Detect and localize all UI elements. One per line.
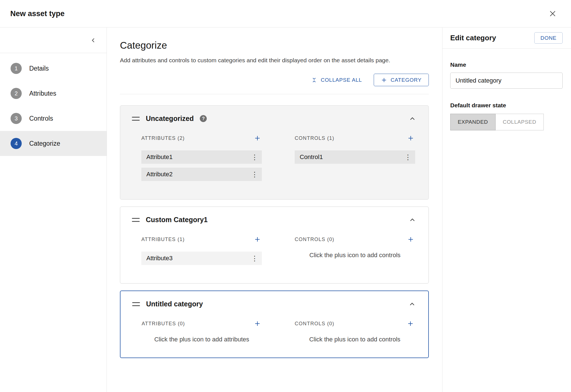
- collapse-category-button[interactable]: [408, 300, 416, 308]
- attributes-chip-list: Attribute3 ⋮: [141, 252, 262, 265]
- attributes-column-header: ATTRIBUTES (1): [141, 235, 262, 244]
- stepper-sidebar: 1 Details 2 Attributes 3 Controls 4 Cate…: [0, 28, 107, 392]
- plus-icon: [254, 236, 261, 243]
- category-columns: ATTRIBUTES (0) Click the plus icon to ad…: [120, 308, 428, 343]
- sidebar-item-attributes[interactable]: 2 Attributes: [0, 81, 107, 106]
- divider: [120, 94, 429, 94]
- plus-icon: [381, 77, 387, 83]
- app-body: 1 Details 2 Attributes 3 Controls 4 Cate…: [0, 28, 571, 392]
- collapse-category-button[interactable]: [408, 115, 416, 123]
- add-category-button[interactable]: CATEGORY: [374, 74, 429, 86]
- drag-handle-icon[interactable]: [132, 117, 140, 121]
- toolbar: COLLAPSE ALL CATEGORY: [120, 74, 429, 86]
- close-button[interactable]: [547, 8, 558, 19]
- panel-body: Name Default drawer state EXPANDED COLLA…: [442, 49, 571, 130]
- attributes-count-label: ATTRIBUTES (1): [141, 237, 185, 242]
- attributes-chip-list: Attribute1 ⋮ Attribute2 ⋮: [141, 150, 262, 181]
- attributes-column: ATTRIBUTES (1) Attribute3 ⋮: [141, 235, 262, 269]
- plus-icon: [254, 135, 261, 142]
- page-description: Add attributes and controls to custom ca…: [120, 57, 429, 64]
- drag-handle-icon[interactable]: [132, 302, 140, 306]
- controls-column: CONTROLS (1) Control1 ⋮: [295, 134, 415, 185]
- main-content: Categorize Add attributes and controls t…: [107, 28, 442, 392]
- step-label: Attributes: [29, 90, 56, 97]
- add-control-button[interactable]: [406, 319, 415, 328]
- item-chip-label: Attribute2: [146, 171, 250, 178]
- controls-empty-text: Click the plus icon to add controls: [295, 336, 415, 343]
- name-label: Name: [450, 61, 563, 68]
- controls-empty-text: Click the plus icon to add controls: [295, 252, 415, 259]
- item-chip-label: Attribute1: [146, 153, 250, 161]
- sidebar-item-categorize[interactable]: 4 Categorize: [0, 131, 107, 156]
- controls-count-label: CONTROLS (0): [295, 237, 334, 242]
- add-attribute-button[interactable]: [253, 319, 262, 328]
- add-attribute-button[interactable]: [253, 134, 262, 143]
- collapsed-option-button[interactable]: COLLAPSED: [496, 114, 544, 130]
- plus-icon: [254, 320, 261, 327]
- drag-handle-icon[interactable]: [132, 218, 140, 222]
- add-attribute-button[interactable]: [253, 235, 262, 244]
- item-chip[interactable]: Control1 ⋮: [295, 150, 415, 164]
- plus-icon: [407, 320, 414, 327]
- sidebar-item-details[interactable]: 1 Details: [0, 56, 107, 81]
- category-card: Untitled category ATTRIBUTES (0) Click t…: [120, 291, 429, 358]
- chevron-up-icon: [408, 216, 416, 224]
- help-icon[interactable]: ?: [200, 115, 207, 122]
- plus-icon: [407, 135, 414, 142]
- step-label: Categorize: [29, 140, 60, 147]
- attributes-empty-text: Click the plus icon to add attributes: [142, 336, 262, 343]
- dialog-title: New asset type: [10, 9, 65, 18]
- collapse-all-icon: [311, 77, 317, 83]
- category-name-input[interactable]: [450, 73, 563, 89]
- expanded-option-button[interactable]: EXPANDED: [450, 114, 496, 130]
- steps-list: 1 Details 2 Attributes 3 Controls 4 Cate…: [0, 56, 107, 156]
- attributes-column: ATTRIBUTES (2) Attribute1 ⋮ Attribute2 ⋮: [141, 134, 262, 185]
- add-control-button[interactable]: [406, 134, 415, 143]
- category-columns: ATTRIBUTES (1) Attribute3 ⋮ CONTROLS (0): [120, 224, 429, 269]
- attributes-column-header: ATTRIBUTES (0): [142, 319, 262, 328]
- kebab-menu-icon[interactable]: ⋮: [250, 171, 260, 178]
- kebab-menu-icon[interactable]: ⋮: [250, 154, 260, 161]
- panel-header: Edit category DONE: [442, 28, 571, 49]
- sidebar-item-controls[interactable]: 3 Controls: [0, 106, 107, 131]
- category-card: Uncategorized ? ATTRIBUTES (2) Attribute…: [120, 105, 429, 200]
- controls-count-label: CONTROLS (1): [295, 135, 334, 141]
- kebab-menu-icon[interactable]: ⋮: [250, 255, 260, 262]
- sidebar-top: [0, 28, 107, 53]
- collapse-category-button[interactable]: [408, 216, 416, 224]
- collapse-sidebar-button[interactable]: [90, 37, 97, 44]
- controls-column: CONTROLS (0) Click the plus icon to add …: [295, 235, 415, 269]
- controls-column-header: CONTROLS (1): [295, 134, 415, 143]
- categories-list: Uncategorized ? ATTRIBUTES (2) Attribute…: [120, 105, 429, 358]
- attributes-column: ATTRIBUTES (0) Click the plus icon to ad…: [142, 319, 262, 343]
- chevron-left-icon: [90, 37, 97, 44]
- drawer-state-toggle: EXPANDED COLLAPSED: [450, 114, 563, 130]
- step-number-badge: 1: [11, 63, 22, 74]
- close-icon: [548, 9, 557, 18]
- step-number-badge: 2: [11, 88, 22, 99]
- controls-column-header: CONTROLS (0): [295, 235, 415, 244]
- item-chip-label: Control1: [300, 153, 403, 161]
- plus-icon: [407, 236, 414, 243]
- category-card-header: Uncategorized ?: [120, 106, 429, 123]
- item-chip-label: Attribute3: [146, 255, 250, 262]
- category-card-header: Untitled category: [120, 291, 428, 308]
- item-chip[interactable]: Attribute3 ⋮: [141, 252, 262, 265]
- kebab-menu-icon[interactable]: ⋮: [403, 154, 413, 161]
- controls-column: CONTROLS (0) Click the plus icon to add …: [295, 319, 415, 343]
- collapse-all-button[interactable]: COLLAPSE ALL: [311, 77, 362, 83]
- controls-column-header: CONTROLS (0): [295, 319, 415, 328]
- drawer-state-label: Default drawer state: [450, 102, 563, 109]
- item-chip[interactable]: Attribute1 ⋮: [141, 150, 262, 164]
- edit-category-panel: Edit category DONE Name Default drawer s…: [442, 28, 571, 392]
- done-button[interactable]: DONE: [534, 32, 563, 44]
- topbar: New asset type: [0, 0, 571, 28]
- step-label: Controls: [29, 115, 53, 122]
- step-number-badge: 3: [11, 113, 22, 124]
- category-title: Uncategorized: [146, 115, 194, 123]
- attributes-count-label: ATTRIBUTES (0): [142, 321, 185, 327]
- attributes-count-label: ATTRIBUTES (2): [141, 135, 185, 141]
- item-chip[interactable]: Attribute2 ⋮: [141, 168, 262, 181]
- add-control-button[interactable]: [406, 235, 415, 244]
- category-card: Custom Category1 ATTRIBUTES (1) Attribut…: [120, 207, 429, 284]
